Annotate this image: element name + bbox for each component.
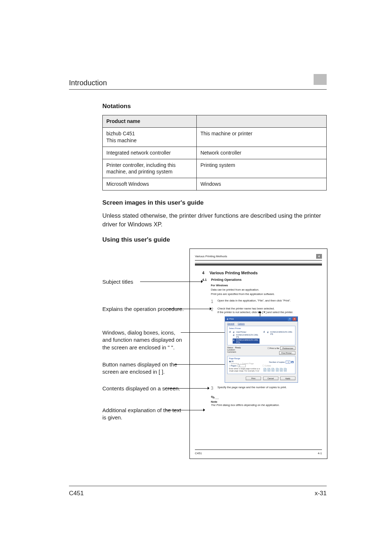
spinner-icon[interactable]: ▴ (291, 361, 294, 363)
copies-input[interactable]: 1 (286, 361, 290, 364)
collate-icon: 🗎🗎🗎 🗎🗎🗎 (262, 367, 294, 373)
sample-step: 2 Check that the printer name has been s… (211, 307, 322, 314)
col-alias (197, 115, 327, 128)
step-text: Open the data in the application, "File"… (217, 299, 322, 304)
print-to-file-checkbox[interactable]: Print to file (270, 347, 279, 349)
step-text-line: If the printer is not selected, click th… (217, 311, 293, 314)
radio-label: Pages: (231, 365, 237, 367)
group-title: Page Range (229, 357, 260, 360)
list-item[interactable]: Add Printer (233, 331, 260, 333)
sample-footer-right: 4-1 (318, 452, 322, 455)
print-dialog: 🖨 Print ? ✕ General Options (225, 316, 298, 383)
cell: Windows (197, 178, 327, 190)
sample-section-num: 4.1 (202, 278, 207, 282)
copies-label: Number of copies: (269, 361, 285, 363)
notations-table: Product name bizhub C451 This machine Th… (102, 115, 327, 190)
sample-section-title: Printing Operations (211, 278, 242, 282)
dialog-title: Print (229, 318, 234, 320)
help-icon[interactable]: ? (288, 317, 291, 321)
step-number: 1 (211, 299, 215, 304)
page-header: Introduction (69, 76, 327, 90)
table-row: bizhub C451 This machine This machine or… (103, 127, 327, 147)
callout-quoted-names: Windows, dialog boxes, icons, and functi… (102, 329, 184, 351)
footer-left: C451 (69, 490, 84, 497)
callout-operation: Explains the operation procedure. (102, 305, 184, 313)
sample-accent-bar (195, 263, 322, 266)
screen-images-heading: Screen images in this user's guide (102, 199, 327, 206)
sample-chapter-num: 4 (202, 271, 204, 275)
table-header-row: Product name (103, 115, 327, 128)
step-number: 3 (211, 386, 215, 391)
select-printer-group: Select Printer Add Printer KONICA MINOLT… (227, 326, 295, 345)
screen-images-body: Unless stated otherwise, the printer dri… (102, 212, 327, 229)
cell: Network controller (197, 147, 327, 159)
callout-additional: Additional explanation of the text is gi… (102, 407, 184, 422)
cell: bizhub C451 This machine (106, 131, 136, 143)
comment-label: Comment: (227, 351, 236, 353)
cell: Microsoft Windows (103, 178, 197, 190)
range-hint: Enter either a single page number or a s… (229, 368, 260, 372)
footer-right: x-31 (315, 490, 327, 497)
sample-chapter-title: Various Printing Methods (209, 271, 258, 275)
callout-subject-titles: Subject titles (102, 278, 133, 286)
header-chapter-box (314, 74, 327, 85)
step-text: Specify the page range and the number of… (217, 386, 322, 391)
list-item[interactable]: KONICA MINOLTA C451 PS (267, 331, 294, 336)
table-row: Printer controller, including this machi… (103, 159, 327, 178)
dialog-row: Status: Ready Location: Comment: ☐ Print… (227, 346, 295, 355)
close-icon[interactable]: ✕ (293, 317, 296, 321)
cell: Integrated network controller (103, 147, 197, 159)
collate-checkbox: Collate (265, 365, 271, 367)
sample-footer-left: C451 (195, 452, 202, 455)
tab-options[interactable]: Options (238, 323, 245, 325)
dialog-titlebar: 🖨 Print ? ✕ (225, 317, 298, 321)
page-footer: C451 x-31 (69, 486, 327, 497)
preferences-button[interactable]: Preferences (280, 346, 295, 350)
sample-step: 3 Specify the page range and the number … (211, 386, 322, 391)
sample-note: ✎… Note The Print dialog box differs dep… (211, 394, 322, 407)
header-title: Introduction (69, 79, 107, 87)
page-range-group: Page Range ◉ All ○ Selection ○ Current P… (227, 356, 295, 374)
cancel-button[interactable]: Cancel (263, 377, 278, 380)
dialog-tabs: General Options (225, 321, 298, 325)
sample-header-title: Various Printing Methods (195, 255, 227, 258)
using-guide-heading: Using this user's guide (102, 236, 327, 243)
cell: Printing system (197, 159, 327, 178)
sample-footer: C451 4-1 (195, 450, 322, 455)
list-item[interactable]: KONICA MINOLTA C451 PS (233, 333, 260, 338)
sample-header: Various Printing Methods 4 (195, 254, 322, 260)
sample-step: 1 Open the data in the application, "Fil… (211, 299, 322, 304)
cell: Printer controller, including this machi… (103, 159, 197, 178)
using-guide-diagram: Subject titles Explains the operation pr… (102, 249, 327, 473)
copies-row: Number of copies: 1 ▴ (262, 361, 294, 363)
print-button[interactable]: Print (246, 377, 261, 380)
dialog-buttons: Print Cancel Apply (225, 375, 298, 382)
sample-chapter-row: 4 Various Printing Methods (202, 271, 322, 275)
sample-page: Various Printing Methods 4 4 Various Pri… (189, 249, 327, 459)
cell: This machine or printer (197, 127, 327, 147)
pages-input[interactable]: 1 (238, 364, 246, 367)
group-title: Select Printer (229, 327, 294, 329)
notations-heading: Notations (102, 103, 327, 110)
sample-section-row: 4.1 Printing Operations (202, 278, 322, 282)
sample-paragraph: Data can be printed from an application. (211, 288, 322, 292)
table-row: Integrated network controller Network co… (103, 147, 327, 159)
step-number: 2 (211, 307, 215, 314)
radio-pages[interactable]: ○ Pages: 1 (229, 365, 260, 367)
step-text: Check that the printer name has been sel… (217, 307, 322, 314)
table-row: Microsoft Windows Windows (103, 178, 327, 190)
callout-screen-contents: Contents displayed on a screen. (102, 385, 180, 392)
step-text-line: Check that the printer name has been sel… (217, 307, 275, 310)
tab-general[interactable]: General (227, 323, 234, 325)
status-value: Ready (235, 346, 241, 349)
note-text: The Print dialog box differs depending o… (211, 403, 279, 407)
col-product-name: Product name (103, 115, 197, 128)
find-printer-button[interactable]: Find Printer... (279, 351, 295, 355)
apply-button[interactable]: Apply (280, 377, 295, 380)
list-item[interactable]: KONICA MINOLTA C451 PCL (233, 338, 260, 344)
printer-list: Add Printer KONICA MINOLTA C451 PS KONIC… (229, 330, 294, 344)
sample-header-chapter: 4 (316, 254, 322, 259)
sample-paragraph: Print jobs are specified from the applic… (211, 292, 322, 296)
sample-subheading: For Windows (211, 284, 322, 287)
callout-bracket-buttons: Button names displayed on the screen are… (102, 361, 184, 376)
